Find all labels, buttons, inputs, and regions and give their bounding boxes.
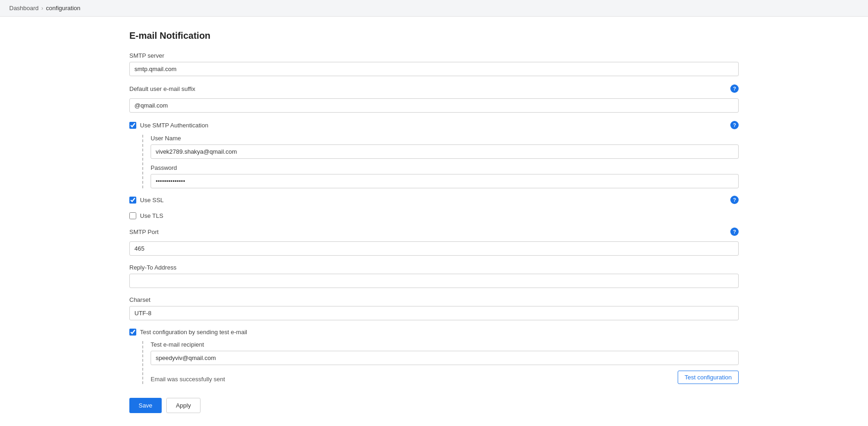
main-content: E-mail Notification SMTP server Default …	[0, 17, 868, 426]
username-label: User Name	[151, 135, 739, 142]
save-button[interactable]: Save	[129, 398, 162, 413]
smtp-port-group: SMTP Port ?	[129, 228, 739, 256]
charset-label: Charset	[129, 296, 739, 303]
email-suffix-input[interactable]	[129, 98, 739, 113]
email-suffix-label: Default user e-mail suffix	[129, 85, 195, 92]
breadcrumb: Dashboard › configuration	[0, 0, 868, 17]
password-label: Password	[151, 164, 739, 171]
action-buttons: Save Apply	[129, 398, 739, 413]
tls-label: Use TLS	[140, 212, 163, 219]
reply-to-group: Reply-To Address	[129, 264, 739, 288]
smtp-port-label: SMTP Port	[129, 228, 158, 235]
smtp-auth-indented: User Name Password	[142, 135, 739, 188]
smtp-server-group: SMTP server	[129, 52, 739, 76]
reply-to-label: Reply-To Address	[129, 264, 739, 271]
smtp-port-input[interactable]	[129, 241, 739, 256]
password-input[interactable]	[151, 174, 739, 188]
test-configuration-button[interactable]: Test configuration	[678, 371, 739, 384]
charset-input[interactable]	[129, 306, 739, 320]
smtp-port-help-icon[interactable]: ?	[730, 228, 739, 236]
page-title: E-mail Notification	[129, 30, 739, 41]
ssl-checkbox[interactable]	[129, 197, 136, 204]
reply-to-input[interactable]	[129, 274, 739, 288]
ssl-help-icon[interactable]: ?	[730, 196, 739, 204]
smtp-server-label: SMTP server	[129, 52, 739, 59]
breadcrumb-separator: ›	[42, 5, 43, 12]
tls-group: Use TLS	[129, 212, 739, 219]
test-recipient-group: Test e-mail recipient	[151, 341, 739, 365]
test-recipient-label: Test e-mail recipient	[151, 341, 739, 348]
ssl-group: Use SSL ?	[129, 196, 739, 204]
email-suffix-help-icon[interactable]: ?	[730, 84, 739, 93]
ssl-label: Use SSL	[140, 197, 164, 204]
smtp-server-input[interactable]	[129, 62, 739, 76]
smtp-auth-checkbox[interactable]	[129, 122, 136, 129]
breadcrumb-current: configuration	[46, 5, 80, 12]
tls-checkbox[interactable]	[129, 212, 136, 219]
test-config-checkbox[interactable]	[129, 329, 136, 336]
smtp-auth-label: Use SMTP Authentication	[140, 122, 208, 129]
test-config-label: Test configuration by sending test e-mai…	[140, 329, 247, 336]
username-group: User Name	[151, 135, 739, 159]
apply-button[interactable]: Apply	[166, 398, 201, 413]
success-row: Email was successfully sent Test configu…	[151, 371, 739, 384]
success-message: Email was successfully sent	[151, 376, 225, 383]
email-suffix-group: Default user e-mail suffix ?	[129, 84, 739, 113]
smtp-auth-group: Use SMTP Authentication ? User Name Pass…	[129, 121, 739, 188]
test-recipient-input[interactable]	[151, 351, 739, 365]
test-config-group: Test configuration by sending test e-mai…	[129, 329, 739, 384]
test-config-indented: Test e-mail recipient Email was successf…	[142, 341, 739, 384]
username-input[interactable]	[151, 144, 739, 159]
charset-group: Charset	[129, 296, 739, 320]
breadcrumb-home[interactable]: Dashboard	[9, 5, 39, 12]
smtp-auth-help-icon[interactable]: ?	[730, 121, 739, 129]
password-group: Password	[151, 164, 739, 188]
